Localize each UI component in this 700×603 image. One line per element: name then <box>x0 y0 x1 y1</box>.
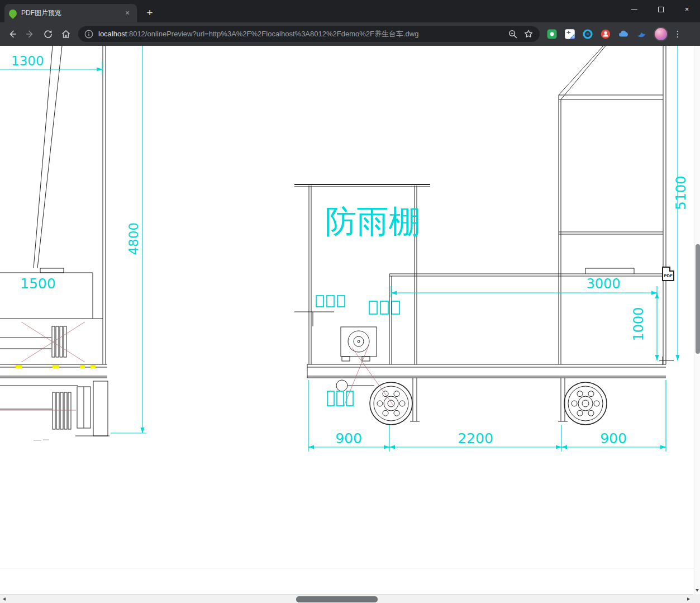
zoom-icon[interactable] <box>507 29 518 40</box>
url-host: localhost <box>98 30 127 38</box>
url-bar[interactable]: localhost:8012/onlinePreview?url=http%3A… <box>78 26 540 42</box>
dim-axle-right: 900 <box>600 430 627 447</box>
new-tab-button[interactable]: + <box>142 5 158 21</box>
left-view-centerlines <box>0 322 85 410</box>
dwg-preview-page: 1300 4800 1500 防雨棚 5100 3000 1000 900 22… <box>0 46 700 594</box>
back-icon <box>7 29 18 40</box>
wheel-left <box>370 382 412 425</box>
extensions-row <box>546 29 647 40</box>
browser-tab[interactable]: PDF图片预览 × <box>4 4 137 22</box>
shelter-label: 防雨棚 <box>325 203 421 240</box>
maximize-button[interactable] <box>647 0 674 18</box>
extension-icon-blue-ring[interactable] <box>582 29 593 40</box>
window-controls: × <box>621 0 700 18</box>
dim-deck-length: 3000 <box>586 276 620 292</box>
left-view-weld-marks <box>16 365 96 368</box>
minimize-button[interactable] <box>621 0 647 18</box>
extension-icon-green[interactable] <box>546 29 558 40</box>
dim-overall-height: 5100 <box>673 175 689 210</box>
extension-icon-blue-bird[interactable] <box>636 29 647 40</box>
cad-drawing: 1300 4800 1500 防雨棚 5100 3000 1000 900 22… <box>0 46 694 594</box>
horizontal-scrollbar[interactable] <box>0 594 693 603</box>
scrollbar-corner <box>693 594 700 603</box>
cyan-panel-markers <box>316 296 399 406</box>
pdf-badge-label: PDF <box>664 273 673 278</box>
dim-axle-left: 900 <box>335 430 362 447</box>
reload-button[interactable] <box>40 26 56 42</box>
scroll-down-arrow-icon[interactable] <box>696 589 699 592</box>
profile-avatar[interactable] <box>654 27 668 41</box>
cloud-extension-icon[interactable] <box>618 29 629 40</box>
browser-titlebar: PDF图片预览 × + × <box>0 0 700 22</box>
dim-top-width: 1300 <box>11 54 44 68</box>
vertical-scrollbar[interactable] <box>694 46 700 594</box>
browser-menu-icon[interactable]: ⋮ <box>670 29 685 39</box>
left-elevation-view <box>0 46 109 440</box>
url-path: :8012/onlinePreview?url=http%3A%2F%2Floc… <box>127 30 418 38</box>
dim-mast-height: 4800 <box>126 222 141 255</box>
home-button[interactable] <box>58 26 74 42</box>
page-bottom-edge <box>0 568 700 568</box>
home-icon <box>60 29 72 40</box>
back-button[interactable] <box>4 26 20 42</box>
vertical-scrollbar-thumb[interactable] <box>696 244 700 354</box>
forward-button[interactable] <box>22 26 38 42</box>
tab-title: PDF图片预览 <box>21 8 118 18</box>
dim-deck-height: 1000 <box>631 307 646 341</box>
pdf-file-icon[interactable]: PDF <box>662 267 674 281</box>
dim-left-width: 1500 <box>20 276 56 292</box>
maximize-icon <box>658 7 664 12</box>
close-button[interactable]: × <box>674 0 700 18</box>
translate-extension-icon[interactable] <box>564 29 575 40</box>
dim-axle-center: 2200 <box>458 430 493 447</box>
forward-icon <box>25 29 36 40</box>
scroll-left-arrow-icon[interactable] <box>3 597 6 601</box>
browser-toolbar: localhost:8012/onlinePreview?url=http%3A… <box>0 22 700 46</box>
extension-icon-red-person[interactable] <box>600 29 611 40</box>
reload-icon <box>42 29 54 40</box>
tab-close-icon[interactable]: × <box>122 8 132 18</box>
minimize-icon <box>631 9 637 10</box>
scroll-right-arrow-icon[interactable] <box>687 597 690 601</box>
dimension-lines <box>0 46 678 452</box>
horizontal-scrollbar-thumb[interactable] <box>296 596 378 602</box>
spring-leaf-favicon <box>7 8 18 19</box>
page-info-icon[interactable] <box>84 29 94 39</box>
url-text: localhost:8012/onlinePreview?url=http%3A… <box>98 29 503 39</box>
bookmark-star-icon[interactable] <box>523 29 534 40</box>
wheel-right <box>564 382 607 425</box>
